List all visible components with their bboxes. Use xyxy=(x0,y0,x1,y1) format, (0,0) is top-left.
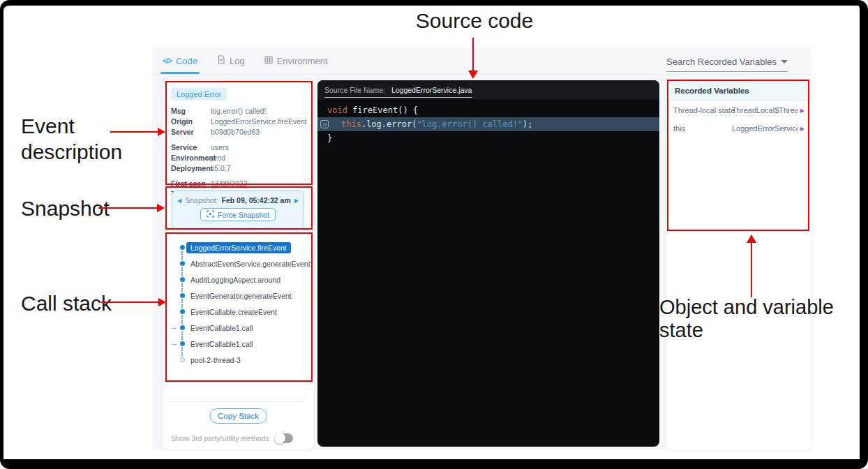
stack-frame-label: EventCallable1.call xyxy=(190,324,253,332)
call-stack-list: LoggedErrorService.fireEventAbstractEven… xyxy=(163,239,314,368)
snapshot-label: Snapshot: xyxy=(185,196,218,204)
code-icon: </> xyxy=(163,57,172,65)
frame-marker-icon xyxy=(180,277,185,282)
third-party-toggle[interactable] xyxy=(274,433,293,443)
source-file-label: Source File Name: xyxy=(324,86,385,94)
frame-marker-icon xyxy=(180,309,185,314)
screenshot-frame: </> Code Log Environment Search Recorded… xyxy=(0,0,868,469)
prev-snapshot-icon[interactable]: ◀ xyxy=(177,198,181,204)
event-field-label: Service xyxy=(171,142,211,153)
event-field-row: Environmentprod xyxy=(171,153,311,163)
call-stack-frame[interactable]: EventCallable.createEvent xyxy=(163,304,314,320)
event-field-row: OriginLoggedErrorService.fireEvent xyxy=(171,117,311,127)
annotation-snapshot: Snapshot xyxy=(21,197,110,221)
variable-name: Thread-local state xyxy=(673,106,732,114)
search-select-label: Search Recorded Variables xyxy=(666,57,777,67)
event-field-value: users xyxy=(211,142,229,153)
next-snapshot-icon[interactable]: ▶ xyxy=(294,198,299,204)
logged-error-badge: Logged Error xyxy=(171,88,227,100)
call-stack-frame[interactable]: EventGenerator.generateEvent xyxy=(163,288,314,304)
variable-value: ThreadLocal$ThreadL... xyxy=(732,106,798,114)
event-field-row: Msglog.error() called! xyxy=(171,106,311,117)
stack-frame-label: EventCallable1.call xyxy=(190,340,253,348)
event-field-row: First seen13/09/2022 xyxy=(171,179,311,189)
capture-icon xyxy=(207,210,214,219)
divider xyxy=(171,401,306,402)
log-icon xyxy=(217,55,225,66)
call-stack-frame[interactable]: AbstractEventService.generateEvent xyxy=(163,255,314,271)
recorded-variables-title: Recorded Variables xyxy=(666,80,811,101)
tab-log[interactable]: Log xyxy=(217,47,245,74)
event-field-label: Server xyxy=(171,127,211,137)
stack-frame-label: AuditLoggingAspect.around xyxy=(190,276,280,284)
event-field-label: Origin xyxy=(171,117,211,127)
arrow-snapshot xyxy=(98,207,158,209)
recorded-variables-panel: Recorded Variables Thread-local stateThr… xyxy=(666,80,811,450)
code-line: this.log.error("log.error() called!"); xyxy=(317,117,659,131)
variable-row[interactable]: Thread-local stateThreadLocal$ThreadL...… xyxy=(666,101,811,119)
tab-code[interactable]: </> Code xyxy=(163,47,197,74)
event-field-label: First seen xyxy=(171,179,211,189)
frame-marker-icon xyxy=(180,341,185,346)
force-snapshot-button[interactable]: Force Snapshot xyxy=(200,208,276,221)
event-description-panel: Logged Error Msglog.error() called!Origi… xyxy=(163,80,314,449)
variable-name: this xyxy=(673,124,732,133)
chevron-down-icon xyxy=(781,60,788,64)
event-field-label: Deployment xyxy=(171,163,211,174)
force-snapshot-label: Force Snapshot xyxy=(218,211,269,219)
call-stack-frame[interactable]: LoggedErrorService.fireEvent xyxy=(163,239,314,255)
code-text: } xyxy=(327,133,332,143)
event-field-row: Serverb09d0b70ed63 xyxy=(171,127,311,137)
event-field-group: ServiceusersEnvironmentprodDeploymentv5.… xyxy=(171,142,311,174)
variable-row[interactable]: thisLoggedErrorService▶ xyxy=(666,119,811,137)
code-line: void fireEvent() { xyxy=(317,103,659,117)
source-file-name: LoggedErrorService.java xyxy=(391,86,472,94)
expand-arrow-icon[interactable]: ▶ xyxy=(800,107,805,114)
call-stack-frame[interactable]: AuditLoggingAspect.around xyxy=(163,271,314,288)
tab-code-label: Code xyxy=(176,56,197,66)
tab-log-label: Log xyxy=(230,56,245,66)
expand-arrow-icon[interactable]: ▶ xyxy=(800,126,805,132)
variable-value: LoggedErrorService xyxy=(732,124,798,133)
snapshot-camera-icon[interactable] xyxy=(320,120,329,128)
app-window: </> Code Log Environment Search Recorded… xyxy=(152,47,811,449)
event-field-row: Serviceusers xyxy=(171,142,311,153)
stack-frame-label: EventCallable.createEvent xyxy=(190,308,277,316)
frame-marker-icon xyxy=(180,325,185,330)
annotation-event-description: Event description xyxy=(21,113,147,165)
recorded-variables-list: Thread-local stateThreadLocal$ThreadL...… xyxy=(666,101,811,137)
event-field-value: LoggedErrorService.fireEvent xyxy=(211,117,307,127)
call-stack-frame[interactable]: →EventCallable1.call xyxy=(163,336,314,352)
frame-marker-icon xyxy=(180,293,185,298)
snapshot-timestamp: Feb 09, 05:42:32 am xyxy=(222,196,291,204)
event-field-label: Msg xyxy=(171,106,211,117)
frame-marker-icon xyxy=(180,245,185,250)
code-text: void fireEvent() { xyxy=(327,105,418,115)
call-stack-frame[interactable]: pool-2-thread-3 xyxy=(163,352,314,368)
third-party-toggle-label: Show 3rd party/utility methods xyxy=(171,434,269,442)
copy-stack-button[interactable]: Copy Stack xyxy=(209,408,267,424)
snapshot-panel: ◀ Snapshot: Feb 09, 05:42:32 am ▶ Force … xyxy=(172,190,304,230)
event-field-value: log.error() called! xyxy=(211,106,266,117)
tab-environment[interactable]: Environment xyxy=(264,47,328,74)
event-field-label: Environment xyxy=(171,153,211,163)
event-field-value: b09d0b70ed63 xyxy=(211,127,260,137)
stack-frame-label: AbstractEventService.generateEvent xyxy=(190,260,310,268)
frame-marker-icon xyxy=(180,261,185,266)
event-field-row: Deploymentv5.0.7 xyxy=(171,163,311,174)
stack-jump-arrow-icon: → xyxy=(169,338,178,348)
search-recorded-variables-select[interactable]: Search Recorded Variables xyxy=(666,57,788,72)
event-field-value: prod xyxy=(211,153,225,163)
toggle-knob xyxy=(274,433,285,444)
stack-jump-arrow-icon: → xyxy=(169,322,178,332)
stack-frame-label: EventGenerator.generateEvent xyxy=(190,292,292,300)
third-party-toggle-row: Show 3rd party/utility methods xyxy=(171,433,293,443)
call-stack-frame[interactable]: →EventCallable1.call xyxy=(163,320,314,336)
event-field-group: Msglog.error() called!OriginLoggedErrorS… xyxy=(171,106,311,137)
environment-grid-icon xyxy=(264,56,273,66)
thread-marker-icon xyxy=(180,357,185,362)
stack-frame-label: LoggedErrorService.fireEvent xyxy=(186,242,291,253)
event-field-value: 13/09/2022 xyxy=(211,179,248,189)
annotation-call-stack: Call stack xyxy=(21,292,112,315)
code-header: Source File Name: LoggedErrorService.jav… xyxy=(317,80,659,98)
